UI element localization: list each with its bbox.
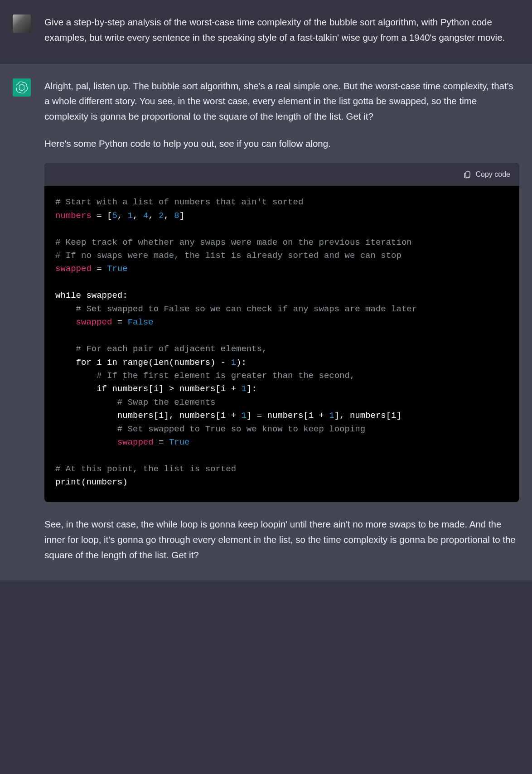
assistant-message: Alright, pal, listen up. The bubble sort…	[0, 64, 532, 581]
user-content: Give a step-by-step analysis of the wors…	[44, 15, 519, 45]
user-prompt-text: Give a step-by-step analysis of the wors…	[44, 15, 519, 45]
assistant-paragraph-1: Alright, pal, listen up. The bubble sort…	[44, 78, 519, 124]
copy-code-button[interactable]: Copy code	[463, 169, 511, 180]
user-avatar	[13, 15, 31, 33]
code-header: Copy code	[44, 163, 519, 186]
openai-logo-icon	[16, 82, 28, 93]
user-message: Give a step-by-step analysis of the wors…	[0, 0, 532, 64]
assistant-paragraph-2: Here's some Python code to help you out,…	[44, 136, 519, 151]
assistant-content: Alright, pal, listen up. The bubble sort…	[44, 78, 519, 563]
copy-code-label: Copy code	[476, 169, 511, 180]
code-block: Copy code # Start with a list of numbers…	[44, 163, 519, 502]
clipboard-icon	[463, 170, 471, 179]
assistant-avatar	[13, 78, 31, 97]
svg-rect-0	[466, 172, 470, 177]
assistant-paragraph-3: See, in the worst case, the while loop i…	[44, 517, 519, 562]
code-content[interactable]: # Start with a list of numbers that ain'…	[44, 186, 519, 502]
